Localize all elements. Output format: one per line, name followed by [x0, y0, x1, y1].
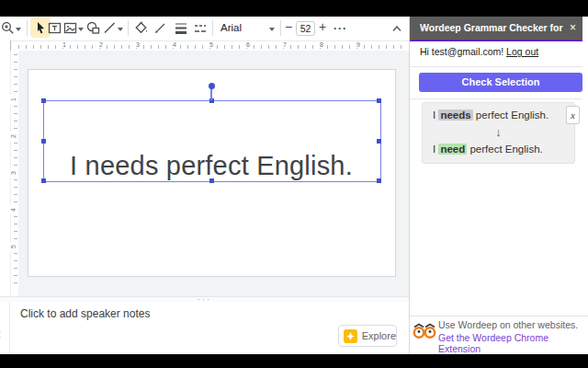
toolbar-separator — [27, 20, 28, 36]
letterbox-bottom — [0, 354, 588, 368]
footer-text: Use Wordeep on other websites. — [438, 319, 578, 330]
zoom-tool-icon[interactable] — [1, 21, 15, 35]
more-options-button[interactable]: ··· — [334, 22, 347, 35]
horizontal-ruler: 1 2 3 4 5 6 7 8 9 — [11, 40, 409, 51]
letterbox-top — [0, 0, 588, 17]
corrected-prefix: I — [433, 144, 435, 155]
resize-handle-e[interactable] — [377, 139, 381, 144]
ruler-number: 8 — [317, 41, 326, 48]
resize-handle-se[interactable] — [377, 178, 381, 183]
notes-gutter-divider — [9, 302, 10, 354]
wordeep-panel: Wordeep Grammar Checker for Slides × Hi … — [409, 17, 588, 354]
panel-accent-bar — [410, 40, 582, 41]
ruler-number: 1 — [60, 41, 69, 48]
ruler-number: 6 — [243, 41, 253, 48]
get-extension-link[interactable]: Get the Wordeep Chrome Extension — [438, 332, 588, 354]
panel-close-icon[interactable]: × — [570, 17, 576, 40]
text-box-selection[interactable] — [43, 100, 381, 182]
cursor-icon — [34, 21, 47, 34]
toolbar-separator — [212, 20, 213, 36]
zoom-dropdown-caret[interactable] — [16, 28, 21, 34]
ruler-number: 5 — [207, 41, 216, 48]
increase-font-size-button[interactable]: + — [319, 19, 326, 34]
collapse-notes-icon[interactable]: ‹ — [0, 326, 1, 341]
corrected-sentence: I need perfect English. — [433, 144, 543, 155]
original-sentence: I needs perfect English. — [433, 109, 548, 121]
arrow-down-icon: ↓ — [423, 125, 574, 139]
border-color-icon[interactable] — [153, 21, 167, 35]
divider — [410, 316, 588, 316]
original-suffix: perfect English. — [476, 109, 548, 121]
rotation-handle-stem — [210, 88, 212, 100]
rotation-handle[interactable] — [209, 83, 215, 89]
resize-handle-sw[interactable] — [41, 178, 46, 183]
image-dropdown-caret[interactable] — [78, 28, 84, 34]
greeting-text: Hi test@gmail.com! — [420, 46, 503, 57]
font-dropdown-caret[interactable] — [269, 28, 275, 34]
insert-image-icon[interactable] — [63, 21, 77, 35]
suggestion-card: I needs perfect English. ↓ I need perfec… — [422, 102, 575, 164]
toolbar-separator — [128, 20, 129, 36]
text-box-tool-icon[interactable] — [48, 21, 62, 35]
account-row: Hi test@gmail.com! Log out — [420, 46, 538, 57]
font-size-input[interactable]: 52 — [296, 21, 315, 36]
original-prefix: I — [433, 109, 435, 121]
corrected-suffix: perfect English. — [469, 144, 542, 155]
decrease-font-size-button[interactable]: − — [285, 19, 292, 34]
app-window: Arial − 52 + ··· 1 2 3 4 5 6 7 8 9 1 2 3… — [0, 0, 588, 368]
speaker-notes-area[interactable]: ‹ Click to add speaker notes Explore — [0, 302, 409, 354]
check-selection-button[interactable]: Check Selection — [419, 73, 582, 92]
shape-tool-icon[interactable] — [86, 21, 100, 35]
corrected-word-highlight: need — [438, 144, 467, 155]
resize-handle-s[interactable] — [209, 178, 214, 183]
ruler-number: 2 — [96, 41, 106, 48]
panel-header: Wordeep Grammar Checker for Slides × — [410, 17, 582, 40]
logout-link[interactable]: Log out — [506, 46, 538, 57]
toolbar-separator — [280, 20, 281, 36]
font-family-select[interactable]: Arial — [220, 22, 242, 33]
border-weight-icon[interactable] — [175, 22, 187, 35]
dismiss-suggestion-button[interactable]: x — [566, 106, 580, 124]
border-dash-icon[interactable] — [194, 22, 207, 35]
wordeep-owl-logo — [413, 320, 436, 344]
explore-button[interactable]: Explore — [338, 325, 397, 347]
explore-star-icon — [344, 329, 357, 343]
line-dropdown-caret[interactable] — [118, 28, 123, 34]
ruler-number: 7 — [280, 41, 289, 48]
resize-handle-w[interactable] — [41, 139, 46, 144]
ruler-number: 3 — [133, 41, 142, 48]
resize-handle-ne[interactable] — [377, 98, 381, 103]
explore-label: Explore — [362, 330, 396, 341]
slides-toolbar: Arial − 52 + ··· — [0, 17, 409, 40]
resize-handle-nw[interactable] — [41, 98, 46, 103]
divider — [410, 66, 582, 67]
line-tool-icon[interactable] — [103, 21, 117, 35]
fill-color-icon[interactable] — [134, 21, 148, 35]
vertical-ruler: 1 2 3 4 5 — [11, 51, 18, 293]
speaker-notes-placeholder[interactable]: Click to add speaker notes — [20, 307, 150, 320]
original-word-highlight: needs — [438, 109, 472, 121]
ruler-number: 9 — [354, 41, 363, 48]
divider — [410, 98, 582, 99]
ruler-number: 4 — [170, 41, 179, 48]
collapse-toolbar-icon[interactable] — [391, 24, 402, 33]
